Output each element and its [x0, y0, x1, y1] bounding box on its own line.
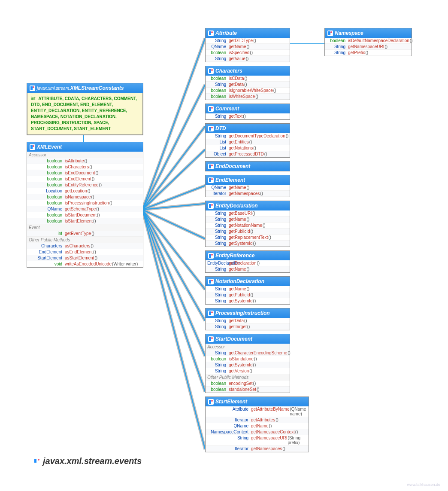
interface-icon: [30, 144, 35, 150]
svg-line-7: [142, 204, 205, 210]
method-name: getName: [229, 287, 246, 291]
method-row: StartElementasStartElement (): [27, 255, 143, 261]
method-params: (): [249, 140, 252, 144]
method-name: getTarget: [229, 324, 247, 329]
method-row: StringgetData (): [206, 318, 290, 324]
method-row: StringgetNamespaceURI (String prefix): [206, 435, 309, 446]
method-params: (): [93, 250, 96, 254]
interface-icon: [208, 253, 214, 259]
return-type: String: [207, 56, 229, 61]
class-dtd: DTDStringgetDocumentTypeDeclaration ()Li…: [205, 123, 290, 158]
class-startdocument: StartDocumentAccessorStringgetCharacterE…: [205, 334, 290, 393]
return-type: boolean: [29, 165, 65, 169]
method-row: StringgetName (): [206, 217, 290, 223]
class-body: StringgetDTDType ()QNamegetName ()boolea…: [206, 38, 290, 62]
method-params: (): [263, 223, 266, 228]
method-params: (): [99, 183, 102, 187]
interface-icon: [208, 126, 214, 131]
return-type: boolean: [29, 177, 65, 181]
svg-line-15: [142, 85, 205, 210]
method-params: (): [92, 177, 95, 181]
method-row: IteratorgetNamespaces (): [206, 191, 290, 197]
constants-values: ATTRIBUTE, CDATA, CHARACTERS, COMMENT, D…: [31, 96, 137, 131]
class-name: EntityReference: [215, 253, 254, 259]
class-notationdeclaration: NotationDeclarationStringgetName ()Strin…: [205, 276, 290, 305]
return-type: String: [207, 114, 229, 119]
svg-line-3: [142, 85, 205, 210]
method-row: ObjectgetProcessedDTD (): [206, 151, 290, 157]
method-row: booleanencodingSet (): [206, 381, 290, 387]
method-name: getNamespaceContext: [251, 430, 295, 434]
method-row: StringgetText (): [206, 113, 290, 119]
method-row: StringgetNamespaceURI (): [325, 44, 412, 50]
class-header: StartDocument: [206, 334, 290, 344]
method-params: (): [246, 56, 249, 61]
return-type: boolean: [29, 159, 65, 163]
method-name: asStartElement: [65, 256, 94, 260]
method-params: (): [93, 219, 96, 223]
class-header: XMLEvent: [27, 142, 143, 152]
package-title: javax.xml.stream.events: [33, 456, 142, 466]
method-row: StringgetPublicId (): [206, 229, 290, 235]
return-type: Characters: [29, 244, 65, 248]
interface-icon: [327, 30, 333, 36]
class-name: EndDocument: [215, 163, 250, 169]
method-name: getName: [229, 217, 246, 222]
class-body: StringgetText (): [206, 113, 290, 119]
right-column: AttributeStringgetDTDType ()QNamegetName…: [205, 28, 309, 456]
method-params: (): [91, 244, 94, 248]
method-name: getNotationName: [229, 223, 262, 228]
constants-body: int ATTRIBUTE, CDATA, CHARACTERS, COMMEN…: [27, 93, 143, 135]
method-name: asCharacters: [65, 244, 90, 248]
method-params: (): [84, 159, 87, 163]
method-row: intgetEventType (): [27, 231, 143, 237]
method-name: getData: [229, 82, 244, 87]
method-name: writeAsEncodedUnicode: [65, 262, 112, 266]
return-type: boolean: [29, 213, 65, 217]
return-type: boolean: [207, 94, 229, 99]
svg-line-21: [142, 210, 205, 290]
return-type: boolean: [29, 171, 65, 175]
method-params: (): [91, 231, 94, 236]
svg-line-18: [142, 186, 205, 210]
method-params: (): [249, 369, 252, 373]
method-name: getNamespaceURI: [251, 436, 287, 440]
interface-icon: [208, 203, 214, 209]
return-type: QName: [207, 185, 229, 190]
method-row: booleanisEndDocument (): [27, 170, 143, 176]
method-row: StringgetCharacterEncodingScheme (): [206, 350, 290, 356]
class-name: EndElement: [215, 177, 245, 183]
method-name: getEventType: [65, 231, 91, 236]
return-type: String: [207, 38, 229, 43]
method-name: getBaseURI: [229, 211, 252, 216]
method-name: isSpecified: [229, 50, 249, 55]
class-header: NotationDeclaration: [206, 277, 290, 286]
class-body: AttributegetAttributeByName (QName name)…: [206, 406, 309, 452]
method-params: (): [286, 134, 289, 138]
return-type: boolean: [207, 381, 229, 386]
method-params: (): [243, 114, 246, 119]
class-endelement: EndElementQNamegetName ()IteratorgetName…: [205, 175, 290, 197]
method-params: (): [282, 446, 285, 451]
return-type: String: [207, 287, 229, 291]
method-name: isIgnorableWhiteSpace: [229, 88, 273, 93]
class-header: DTD: [206, 124, 290, 133]
class-name: NotationDeclaration: [215, 278, 264, 284]
method-row: NamespaceContextgetNamespaceContext (): [206, 429, 309, 435]
return-type: void: [29, 262, 65, 266]
constants-type: int: [31, 96, 37, 101]
class-xmlevent: XMLEvent AccessorbooleanisAttribute ()bo…: [27, 142, 143, 268]
method-params: (): [257, 261, 260, 265]
method-row: StringgetSystemId (): [206, 362, 290, 368]
method-name: getNamespaces: [251, 446, 282, 451]
interface-icon: [208, 164, 214, 169]
return-type: NamespaceContext: [207, 430, 251, 434]
method-row: StringgetTarget (): [206, 324, 290, 330]
method-name: getPublicId: [229, 293, 250, 297]
method-name: getText: [229, 114, 242, 119]
return-type: boolean: [207, 357, 229, 361]
method-row: booleanisProcessingInstruction (): [27, 200, 143, 206]
svg-line-6: [142, 186, 205, 210]
return-type: String: [207, 369, 229, 373]
section-label: Accessor: [206, 344, 290, 350]
